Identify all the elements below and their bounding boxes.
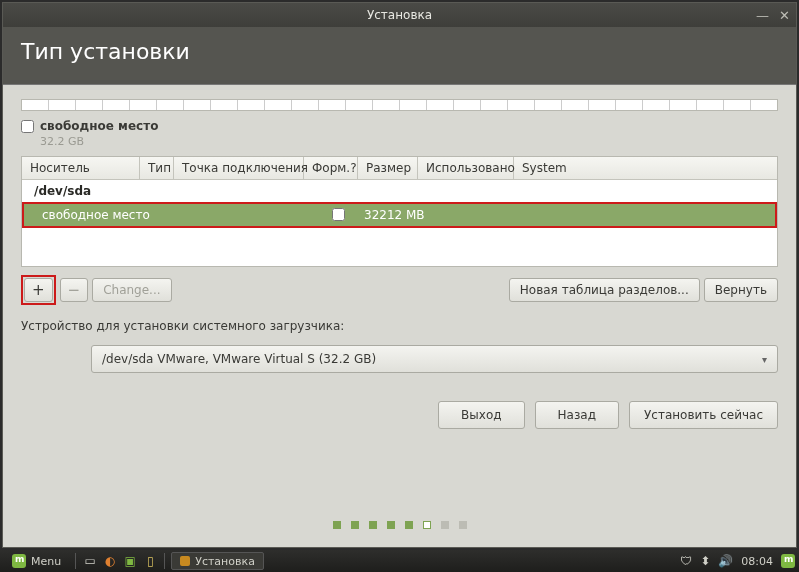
add-button[interactable]: + bbox=[24, 278, 53, 302]
free-space-checkbox[interactable] bbox=[21, 120, 34, 133]
col-used[interactable]: Использовано bbox=[418, 157, 514, 179]
installer-window: Установка — ✕ Тип установки свободное ме… bbox=[2, 2, 797, 548]
clock[interactable]: 08:04 bbox=[741, 555, 773, 568]
bootloader-value: /dev/sda VMware, VMware Virtual S (32.2 … bbox=[102, 352, 376, 366]
partition-table: Носитель Тип Точка подключения Форм.? Ра… bbox=[21, 156, 778, 267]
dot-icon bbox=[441, 521, 449, 529]
col-type[interactable]: Тип bbox=[140, 157, 174, 179]
change-button[interactable]: Change... bbox=[92, 278, 171, 302]
progress-dots bbox=[3, 429, 796, 547]
app-icon bbox=[180, 556, 190, 566]
chevron-down-icon: ▾ bbox=[762, 354, 767, 365]
quit-button[interactable]: Выход bbox=[438, 401, 524, 429]
free-row-size: 32212 MB bbox=[360, 208, 430, 222]
dot-icon bbox=[351, 521, 359, 529]
menu-label: Menu bbox=[31, 555, 61, 568]
network-icon[interactable]: ⬍ bbox=[700, 554, 710, 568]
free-space-label: свободное место bbox=[40, 119, 158, 133]
taskbar-item-installer[interactable]: Установка bbox=[171, 552, 264, 570]
taskbar-item-label: Установка bbox=[195, 555, 255, 568]
close-icon[interactable]: ✕ bbox=[779, 8, 790, 23]
col-system[interactable]: System bbox=[514, 157, 777, 179]
col-size[interactable]: Размер bbox=[358, 157, 418, 179]
col-device[interactable]: Носитель bbox=[22, 157, 140, 179]
table-row-selected[interactable]: свободное место 32212 MB bbox=[22, 202, 777, 228]
remove-button[interactable]: − bbox=[60, 278, 89, 302]
dot-icon bbox=[405, 521, 413, 529]
revert-button[interactable]: Вернуть bbox=[704, 278, 778, 302]
firefox-icon[interactable]: ◐ bbox=[102, 553, 118, 569]
update-icon[interactable]: 🛡 bbox=[680, 554, 692, 568]
titlebar[interactable]: Установка — ✕ bbox=[3, 3, 796, 27]
dot-icon bbox=[369, 521, 377, 529]
device-cell: /dev/sda bbox=[30, 184, 95, 198]
show-desktop-icon[interactable]: ▭ bbox=[82, 553, 98, 569]
terminal-icon[interactable]: ▣ bbox=[122, 553, 138, 569]
col-format[interactable]: Форм.? bbox=[304, 157, 358, 179]
free-space-size: 32.2 GB bbox=[40, 135, 158, 148]
bootloader-select[interactable]: /dev/sda VMware, VMware Virtual S (32.2 … bbox=[91, 345, 778, 373]
dot-icon bbox=[333, 521, 341, 529]
disk-usage-bar[interactable] bbox=[21, 99, 778, 111]
separator bbox=[75, 553, 76, 569]
dot-icon bbox=[459, 521, 467, 529]
separator bbox=[164, 553, 165, 569]
dot-icon bbox=[423, 521, 431, 529]
taskbar: Menu ▭ ◐ ▣ ▯ Установка 🛡 ⬍ 🔊 08:04 bbox=[0, 550, 799, 572]
bootloader-label: Устройство для установки системного загр… bbox=[21, 319, 778, 333]
new-partition-table-button[interactable]: Новая таблица разделов... bbox=[509, 278, 700, 302]
col-mount[interactable]: Точка подключения bbox=[174, 157, 304, 179]
table-row[interactable]: /dev/sda bbox=[22, 180, 777, 202]
page-title: Тип установки bbox=[3, 27, 796, 85]
dot-icon bbox=[387, 521, 395, 529]
volume-icon[interactable]: 🔊 bbox=[718, 554, 733, 568]
window-title: Установка bbox=[367, 8, 432, 22]
menu-button[interactable]: Menu bbox=[4, 550, 69, 572]
files-icon[interactable]: ▯ bbox=[142, 553, 158, 569]
mint-logo-icon bbox=[12, 554, 26, 568]
minimize-icon[interactable]: — bbox=[756, 8, 769, 23]
free-row-label: свободное место bbox=[30, 208, 152, 222]
install-now-button[interactable]: Установить сейчас bbox=[629, 401, 778, 429]
back-button[interactable]: Назад bbox=[535, 401, 619, 429]
format-checkbox[interactable] bbox=[332, 208, 345, 221]
user-icon[interactable] bbox=[781, 554, 795, 568]
